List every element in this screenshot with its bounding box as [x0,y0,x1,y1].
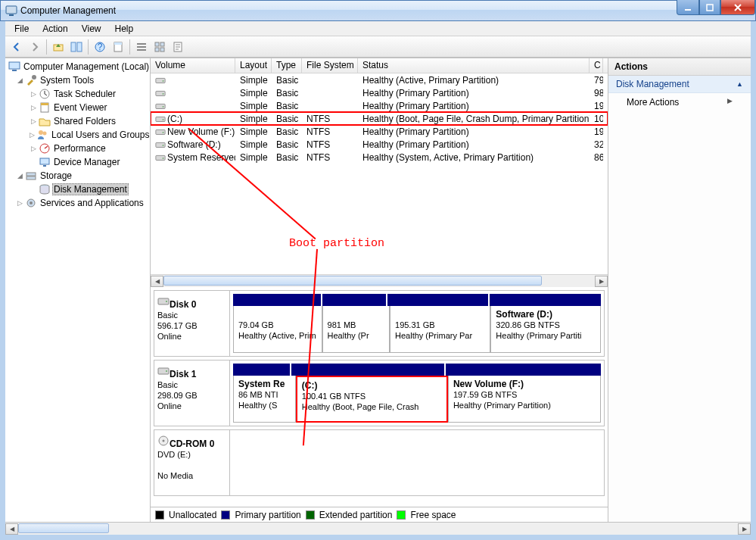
disk-icon [157,365,170,377]
menu-action[interactable]: Action [36,22,73,36]
menu-view[interactable]: View [76,22,107,36]
volume-row[interactable]: SimpleBasicHealthy (Active, Primary Part… [151,73,608,86]
volume-fs: NTFS [302,139,358,150]
disk-row[interactable]: CD-ROM 0DVD (E:)No Media [154,429,605,496]
volume-list-scrollbar[interactable]: ◀ ▶ [151,274,608,287]
volume-row[interactable]: SimpleBasicHealthy (Primary Partition)19 [151,99,608,112]
volume-layout: Simple [235,152,272,163]
window-buttons [677,0,755,15]
partition-cell[interactable]: New Volume (F:)197.59 GB NTFSHealthy (Pr… [448,376,601,423]
volume-row[interactable]: New Volume (F:)SimpleBasicNTFSHealthy (P… [151,125,608,138]
svg-rect-5 [71,42,76,52]
expand-icon[interactable]: ▷ [30,90,37,98]
nav-tree[interactable]: Computer Management (Local) ◢System Tool… [5,58,151,522]
expand-icon[interactable]: ▷ [30,145,37,152]
toolbar-btn-1[interactable] [50,39,67,55]
tree-system-tools[interactable]: ◢System Tools [7,73,148,87]
scrollbar-track[interactable] [163,276,595,287]
device-icon [39,156,51,168]
back-button[interactable] [8,39,25,55]
menu-file[interactable]: File [8,22,35,36]
tree-root[interactable]: Computer Management (Local) [7,60,148,73]
volume-row[interactable]: System ReservedSimpleBasicNTFSHealthy (S… [151,151,608,164]
tree-services-apps[interactable]: ▷Services and Applications [7,196,148,210]
scroll-left-icon[interactable]: ◀ [151,276,163,287]
event-icon [39,101,51,114]
expand-icon[interactable]: ▷ [16,199,23,207]
tree-device-manager[interactable]: Device Manager [7,155,148,169]
volume-row[interactable]: (C:)SimpleBasicNTFSHealthy (Boot, Page F… [151,112,608,125]
col-status[interactable]: Status [358,58,590,73]
volume-name: Software (D:) [151,139,235,150]
legend-extended: Extended partition [319,510,393,520]
toolbar: ? [5,36,751,58]
toolbar-help-button[interactable]: ? [92,39,108,55]
partition-cell[interactable]: System Re86 MB NTIHealthy (S [233,376,296,423]
tree-event-viewer[interactable]: ▷Event Viewer [7,101,148,114]
col-volume[interactable]: Volume [151,58,235,73]
drive-icon [155,101,166,111]
toolbar-btn-7[interactable] [170,39,186,55]
col-layout[interactable]: Layout [235,58,272,73]
legend-swatch-extended [306,510,315,520]
disk-row[interactable]: Disk 0Basic596.17 GBOnline79.04 GBHealth… [154,290,605,357]
toolbar-btn-2[interactable] [68,39,85,55]
col-filesystem[interactable]: File System [302,58,358,73]
expand-icon[interactable]: ▷ [30,104,37,111]
expand-icon[interactable]: ▷ [30,117,37,125]
disk-row[interactable]: Disk 1Basic298.09 GBOnlineSystem Re86 MB… [154,360,605,426]
volume-layout: Simple [235,75,272,86]
scroll-left-icon[interactable]: ◀ [5,523,18,535]
partition-cell[interactable]: 981 MBHealthy (Pr [322,306,390,353]
volume-fs: NTFS [302,114,358,124]
partition-cell[interactable]: 79.04 GBHealthy (Active, Prim [233,306,322,353]
scrollbar-thumb[interactable] [163,276,542,286]
svg-point-48 [163,158,164,159]
actions-section[interactable]: Disk Management▲ [608,76,751,93]
tree-local-users[interactable]: ▷Local Users and Groups [7,128,148,142]
partition-cell[interactable]: (C:)100.41 GB NTFSHealthy (Boot, Page Fi… [296,376,448,423]
tree-task-scheduler[interactable]: ▷Task Scheduler [7,87,148,101]
close-button[interactable] [720,0,755,15]
volume-layout: Simple [235,139,272,150]
tree-performance[interactable]: ▷Performance [7,142,148,155]
toolbar-btn-4[interactable] [110,39,126,55]
drive-icon [155,114,166,123]
minimize-button[interactable] [677,0,699,15]
col-capacity[interactable]: C [590,58,603,73]
maximize-button[interactable] [699,0,720,15]
volume-list-header[interactable]: Volume Layout Type File System Status C [151,58,608,73]
svg-rect-11 [137,43,146,45]
volume-row[interactable]: Software (D:)SimpleBasicNTFSHealthy (Pri… [151,138,608,151]
toolbar-btn-5[interactable] [133,39,150,55]
volume-type: Basic [272,101,302,111]
window-scrollbar[interactable]: ◀ ▶ [5,522,751,535]
menu-help[interactable]: Help [109,22,140,36]
collapse-icon[interactable]: ▲ [736,80,743,88]
expand-icon[interactable]: ▷ [30,131,35,139]
collapse-icon[interactable]: ◢ [16,172,23,179]
volume-row[interactable]: SimpleBasicHealthy (Primary Partition)98 [151,86,608,99]
collapse-icon[interactable]: ◢ [16,76,23,84]
disk-partitions: System Re86 MB NTIHealthy (S(C:)100.41 G… [230,361,604,426]
col-type[interactable]: Type [272,58,302,73]
scrollbar-track[interactable] [18,523,738,535]
volume-name [151,88,235,98]
forward-button[interactable] [26,39,43,55]
volume-capacity: 86 [590,152,603,163]
partition-cell[interactable]: 195.31 GBHealthy (Primary Par [390,306,490,353]
scroll-right-icon[interactable]: ▶ [595,276,608,287]
actions-more[interactable]: More Actions▶ [608,93,751,111]
scroll-right-icon[interactable]: ▶ [738,523,751,535]
tree-shared-folders[interactable]: ▷Shared Folders [7,114,148,128]
volume-name [151,101,235,111]
tree-disk-management[interactable]: Disk Management [7,183,148,196]
partition-cell[interactable]: Software (D:)320.86 GB NTFSHealthy (Prim… [490,306,601,353]
panes-icon [70,41,82,53]
toolbar-btn-6[interactable] [151,39,168,55]
svg-rect-16 [155,48,159,52]
tree-storage[interactable]: ◢Storage [7,169,148,183]
scrollbar-thumb[interactable] [18,523,109,533]
disk-map[interactable]: Disk 0Basic596.17 GBOnline79.04 GBHealth… [151,287,608,507]
props-icon [172,41,184,53]
